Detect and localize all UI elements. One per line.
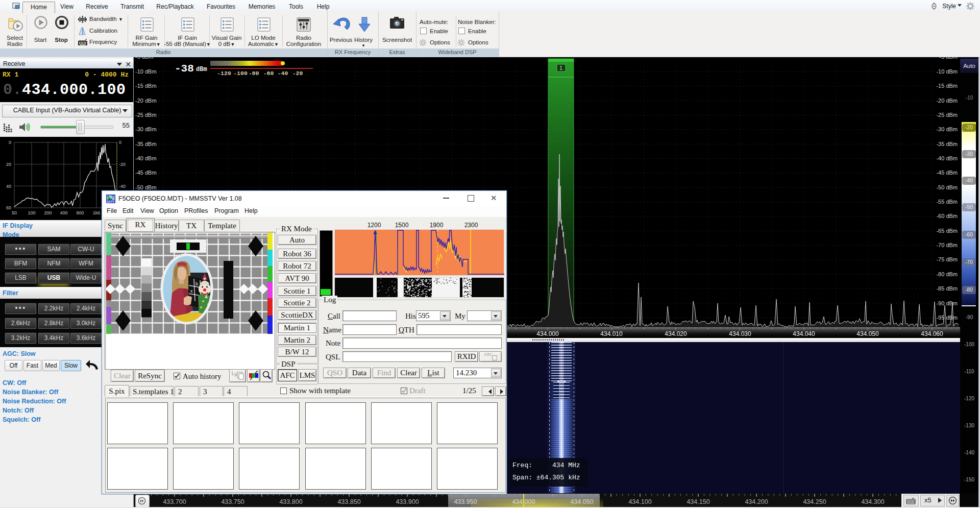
svg-text:x: x [190,288,193,294]
svg-text:SSTV: SSTV [107,200,115,203]
svg-text:-20: -20 [119,162,126,167]
svg-text:60: 60 [6,205,11,210]
svg-text:-40: -40 [119,184,126,189]
svg-text:1: 1 [559,65,562,71]
svg-text:1k6: 1k6 [93,210,101,215]
svg-text:800: 800 [76,210,84,215]
svg-text:b: b [195,281,198,286]
svg-text:0: 0 [9,140,11,145]
svg-text:200: 200 [44,210,52,215]
svg-text:50: 50 [12,210,17,215]
svg-text:100: 100 [28,210,35,215]
svg-text:400: 400 [60,210,67,215]
svg-text:20: 20 [6,162,11,167]
svg-text:40: 40 [6,184,11,189]
svg-text:0: 0 [119,140,121,145]
